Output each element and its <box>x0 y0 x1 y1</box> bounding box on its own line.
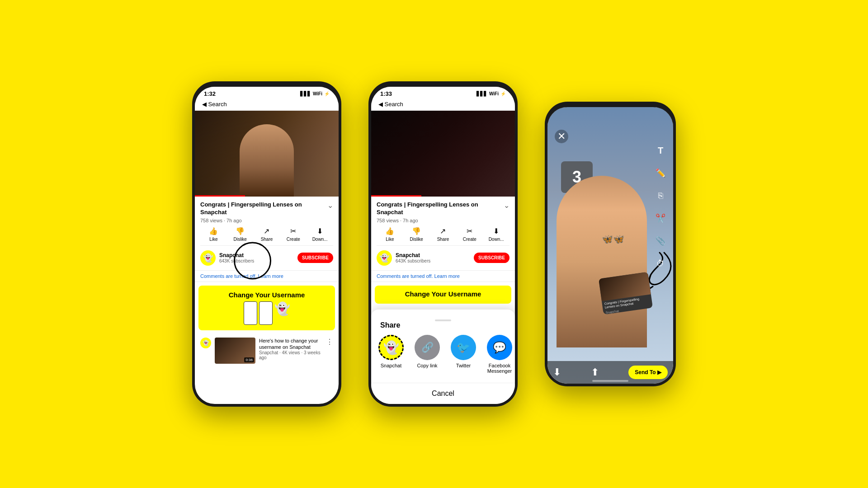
messenger-share-icon[interactable]: 💬 <box>487 335 512 360</box>
channel-avatar-2: 👻 <box>377 250 392 266</box>
snap-person <box>557 176 647 347</box>
yt-nav-2[interactable]: ◀ Search <box>371 99 515 111</box>
create-btn-1[interactable]: ✂ Create <box>280 227 307 242</box>
next-avatar-1: 👻 <box>200 338 211 348</box>
signal-icon: ▋▋▋ <box>300 91 311 96</box>
share-app-copylink[interactable]: 🔗 Copy link <box>413 335 442 374</box>
snap-preview-card: Congrats | Fingerspelling Lenses on Snap… <box>599 272 653 315</box>
twitter-share-icon[interactable]: 🐦 <box>451 335 476 360</box>
scissors-tool-btn[interactable]: ✂️ <box>653 211 668 225</box>
yt-nav-1[interactable]: ◀ Search <box>195 99 339 111</box>
timer-icon: ⏱ <box>656 259 665 268</box>
promo-title-2: Change Your Username <box>379 290 507 298</box>
back-button-2[interactable]: ◀ Search <box>378 101 403 108</box>
learn-more-2[interactable]: Learn more <box>434 273 460 279</box>
channel-info-1: Snapchat 643K subscribers <box>219 252 297 263</box>
cancel-btn[interactable]: Cancel <box>371 383 515 404</box>
status-time-1: 1:32 <box>204 90 216 97</box>
snap-toolbar: T ✏️ ⎘ ✂️ 📎 ⏱ <box>653 143 668 271</box>
video-thumb-1 <box>195 111 339 197</box>
pencil-tool-btn[interactable]: ✏️ <box>653 166 668 180</box>
status-icons-2: ▋▋▋ WiFi ⚡ <box>476 91 506 96</box>
channel-subs-1: 643K subscribers <box>219 258 297 263</box>
battery-icon-2: ⚡ <box>500 91 506 96</box>
dislike-btn-2[interactable]: 👎 Dislike <box>403 227 430 242</box>
channel-name-1: Snapchat <box>219 252 297 258</box>
like-icon-2: 👍 <box>385 227 394 235</box>
next-video-1[interactable]: 👻 0:36 Here's how to change your usernam… <box>195 334 339 367</box>
expand-icon-1[interactable]: ⌄ <box>327 201 333 210</box>
phone-1-screen: 1:32 ▋▋▋ WiFi ⚡ ◀ Search Congrats | <box>195 87 339 404</box>
paperclip-tool-btn[interactable]: 📎 <box>653 234 668 248</box>
dislike-icon-2: 👎 <box>412 227 421 235</box>
share-apps: 👻 Snapchat 🔗 Copy link 🐦 <box>371 335 515 383</box>
comments-off-1: Comments are turned off. Learn more <box>195 271 339 282</box>
subscribe-btn-2[interactable]: SUBSCRIBE <box>474 253 509 263</box>
snap-ghost-1: 👻 <box>203 253 213 263</box>
clipboard-icon: ⎘ <box>658 191 663 201</box>
download-icon-1: ⬇ <box>317 227 323 235</box>
share-btn-1[interactable]: ↗ Share <box>254 227 280 242</box>
phones-container: 1:32 ▋▋▋ WiFi ⚡ ◀ Search Congrats | <box>192 81 676 407</box>
create-label-1: Create <box>287 237 300 242</box>
video-title-1: Congrats | Fingerspelling Lenses on Snap… <box>200 201 320 216</box>
share-label-1: Share <box>261 237 273 242</box>
download-icon-2: ⬇ <box>493 227 499 235</box>
next-thumb-1: 0:36 <box>215 338 255 364</box>
snapchat-ghost-icon: 👻 <box>383 340 399 355</box>
signal-icon-2: ▋▋▋ <box>476 91 487 96</box>
snapchat-share-icon[interactable]: 👻 <box>378 335 404 360</box>
battery-icon: ⚡ <box>324 91 330 96</box>
back-button-1[interactable]: ◀ Search <box>202 101 227 108</box>
download-label-1: Down... <box>312 237 328 242</box>
share-icon-1: ↗ <box>264 227 269 235</box>
home-indicator-3 <box>592 380 628 382</box>
video-info-1: Congrats | Fingerspelling Lenses on Snap… <box>195 197 339 246</box>
phone-1: 1:32 ▋▋▋ WiFi ⚡ ◀ Search Congrats | <box>192 81 341 407</box>
more-icon-1[interactable]: ⋮ <box>326 338 333 364</box>
send-to-btn[interactable]: Send To ▶ <box>628 366 668 379</box>
twitter-label: Twitter <box>456 363 471 368</box>
snap-close-btn[interactable]: ✕ <box>555 130 568 143</box>
progress-bar-1 <box>195 195 245 197</box>
expand-icon-2[interactable]: ⌄ <box>504 201 509 210</box>
learn-more-1[interactable]: Learn more <box>258 273 283 279</box>
share-app-twitter[interactable]: 🐦 Twitter <box>449 335 478 374</box>
share-app-messenger[interactable]: 💬 Facebook Messenger <box>485 335 514 374</box>
subscribe-btn-1[interactable]: SUBSCRIBE <box>297 253 333 263</box>
share-icon-2: ↗ <box>440 227 446 235</box>
share-btn-2[interactable]: ↗ Share <box>430 227 457 242</box>
dislike-btn-1[interactable]: 👎 Dislike <box>227 227 254 242</box>
like-label-1: Like <box>209 237 217 242</box>
progress-bar-2 <box>371 195 421 197</box>
video-meta-1: 758 views · 7h ago <box>200 218 333 223</box>
share-sheet: Share 👻 Snapchat 🔗 Copy link <box>371 310 515 404</box>
promo-card-1: Change Your Username 👻 <box>198 286 335 330</box>
status-icons-1: ▋▋▋ WiFi ⚡ <box>300 91 330 96</box>
share-app-snapchat[interactable]: 👻 Snapchat <box>377 335 406 374</box>
wifi-icon-2: WiFi <box>489 91 499 96</box>
like-label-2: Like <box>386 237 394 242</box>
channel-avatar-1: 👻 <box>200 250 216 266</box>
dislike-icon-1: 👎 <box>236 227 245 235</box>
channel-name-2: Snapchat <box>396 252 474 258</box>
copylink-share-icon[interactable]: 🔗 <box>415 335 440 360</box>
snapchat-label: Snapchat <box>381 363 401 368</box>
twitter-bird-icon: 🐦 <box>457 341 470 354</box>
phone-3-screen: 20:13 ▋▋▋ WiFi ▓▓▓ 3 🦋🦋 <box>547 107 673 384</box>
download-btn-2[interactable]: ⬇ Down... <box>483 227 509 242</box>
timer-tool-btn[interactable]: ⏱ <box>653 256 668 271</box>
like-btn-1[interactable]: 👍 Like <box>200 227 227 242</box>
create-btn-2[interactable]: ✂ Create <box>456 227 483 242</box>
save-btn[interactable]: ⬇ <box>553 366 561 378</box>
snap-butterflies: 🦋🦋 <box>602 234 624 244</box>
download-btn-1[interactable]: ⬇ Down... <box>307 227 333 242</box>
text-tool-btn[interactable]: T <box>653 143 668 158</box>
clipboard-tool-btn[interactable]: ⎘ <box>653 188 668 203</box>
share-label-2: Share <box>437 237 449 242</box>
share-snap-btn[interactable]: ⬆ <box>591 366 599 378</box>
like-btn-2[interactable]: 👍 Like <box>377 227 403 242</box>
video-title-2: Congrats | Fingerspelling Lenses on Snap… <box>377 201 496 216</box>
create-icon-1: ✂ <box>290 227 296 235</box>
next-badge-1: 0:36 <box>244 357 254 362</box>
